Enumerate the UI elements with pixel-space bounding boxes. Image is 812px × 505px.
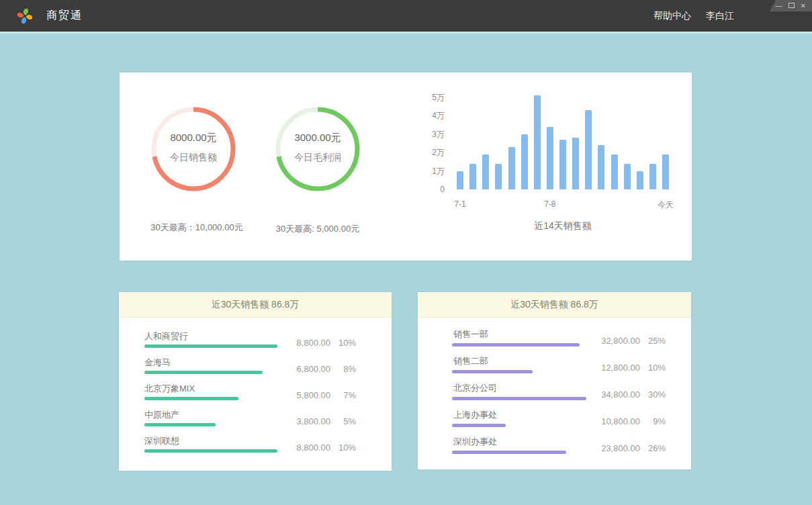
user-name-menu[interactable]: 李白江 [706, 10, 734, 22]
ranking-row-bar [144, 371, 263, 374]
today-profit-gauge: 3000.00元 今日毛利润 [271, 102, 365, 196]
ranking-row-percent: 10% [330, 443, 356, 453]
sales-bar [637, 171, 643, 189]
y-axis-tick: 3万 [415, 130, 445, 139]
dashboard-window: { "topbar": { "app_title": "商贸通", "help_… [0, 0, 812, 505]
minimize-button[interactable]: — [776, 3, 782, 9]
topbar-highlight-strip [0, 32, 812, 34]
ranking-row-value: 10,800.00 9% [589, 416, 666, 426]
ranking-row-percent: 8% [330, 364, 356, 374]
ranking-row-bar [452, 370, 533, 373]
sales-bar [521, 134, 528, 189]
ranking-row-amount: 10,800.00 [589, 416, 640, 426]
ranking-row-amount: 3,800.00 [279, 416, 330, 426]
ranking-row-amount: 12,800.00 [589, 363, 640, 373]
x-axis-tick: 7-1 [454, 199, 465, 209]
gauge-value: 8000.00元 [170, 132, 216, 144]
ranking-row: 金海马 6,800.00 8% [119, 357, 392, 383]
ranking-row-value: 6,800.00 8% [279, 364, 356, 374]
pinwheel-logo-icon [15, 6, 35, 26]
help-center-link[interactable]: 帮助中心 [653, 10, 691, 22]
ranking-row-bar [144, 423, 216, 426]
ranking-row-percent: 25% [640, 336, 666, 346]
ranking-row-value: 8,800.00 10% [279, 443, 356, 453]
ranking-row-bar [144, 397, 238, 400]
x-axis-tick: 今天 [658, 199, 674, 211]
ranking-row-percent: 5% [330, 416, 356, 426]
ranking-row: 北京万象MIX 5,800.00 7% [119, 383, 392, 409]
department-ranking-card: 近30天销售额 86.8万 销售一部 32,800.00 25% 销售二部 12… [418, 292, 691, 469]
ranking-row: 深圳办事处 23,800.00 26% [418, 436, 691, 463]
ranking-row-value: 32,800.00 25% [589, 336, 666, 346]
ranking-row: 深圳联想 8,800.00 10% [119, 435, 392, 461]
gauge-value: 3000.00元 [294, 132, 341, 144]
ranking-row-bar [452, 343, 580, 347]
ranking-row: 上海办事处 10,800.00 9% [418, 409, 691, 436]
bar-chart-plot [457, 97, 669, 189]
y-axis-tick: 0 [415, 185, 445, 194]
ranking-row-amount: 5,800.00 [279, 390, 330, 400]
ranking-row-name: 金海马 [144, 357, 171, 369]
sales-bar [649, 164, 656, 189]
ranking-row-value: 12,800.00 10% [589, 363, 666, 373]
ranking-row-amount: 6,800.00 [279, 364, 330, 374]
maximize-button[interactable] [788, 3, 795, 9]
ranking-row-name: 深圳办事处 [453, 436, 497, 448]
ranking-row-name: 中原地产 [144, 409, 179, 421]
ranking-row-name: 人和商贸行 [144, 330, 188, 342]
bar-chart-x-axis: 7-17-8今天 [457, 199, 669, 210]
ranking-row-name: 北京万象MIX [144, 383, 195, 395]
sales-bar [457, 171, 463, 189]
profit-gauge-footnote: 30天最高: 5,000.00元 [244, 223, 392, 235]
ranking-row-amount: 23,800.00 [589, 443, 640, 453]
sales-bar [534, 95, 541, 189]
ranking-row-amount: 34,800.00 [589, 389, 640, 400]
ranking-row-name: 深圳联想 [144, 435, 179, 447]
ranking-row-bar [452, 424, 506, 427]
customer-ranking-list: 人和商贸行 8,800.00 10% 金海马 6,800.00 8% 北京万象M… [119, 318, 392, 461]
ranking-row: 中原地产 3,800.00 5% [119, 409, 392, 435]
x-axis-tick: 7-8 [544, 199, 555, 209]
y-axis-tick: 5万 [415, 93, 445, 102]
sales-bar [585, 110, 592, 189]
ranking-row: 人和商贸行 8,800.00 10% [119, 330, 392, 357]
ranking-row-value: 34,800.00 30% [589, 389, 666, 400]
ranking-row: 北京分公司 34,800.00 30% [418, 382, 691, 409]
sales-bar [482, 154, 489, 189]
maximize-icon [788, 3, 795, 8]
ranking-row-bar [452, 451, 566, 454]
ranking-row-name: 北京分公司 [453, 382, 497, 394]
ranking-row-percent: 10% [330, 338, 356, 348]
department-ranking-list: 销售一部 32,800.00 25% 销售二部 12,800.00 10% 北京… [418, 318, 691, 463]
sales-bar [624, 164, 631, 189]
bar-chart-y-axis: 5万4万3万2万1万0 [415, 93, 445, 200]
sales-bar [547, 127, 553, 189]
ranking-row-percent: 30% [640, 389, 666, 400]
customer-ranking-title: 近30天销售额 86.8万 [119, 292, 392, 318]
ranking-row-bar [144, 449, 277, 453]
ranking-row-bar [452, 397, 586, 400]
ranking-row-name: 销售二部 [453, 355, 488, 367]
y-axis-tick: 1万 [415, 167, 445, 176]
sales-bar [572, 138, 579, 189]
ranking-row-percent: 9% [640, 416, 666, 426]
sales-bar [469, 164, 476, 189]
ranking-row-percent: 7% [330, 390, 356, 400]
ranking-row-value: 23,800.00 26% [589, 443, 666, 453]
sales-bar [508, 147, 515, 189]
gauge-label: 今日销售额 [170, 152, 217, 164]
sales-bar [559, 140, 566, 189]
bar-chart-caption: 近14天销售额 [457, 220, 669, 232]
ranking-row-value: 3,800.00 5% [279, 416, 356, 426]
close-button[interactable]: ✕ [801, 3, 806, 9]
ranking-row-name: 销售一部 [453, 328, 488, 340]
ranking-row-percent: 10% [640, 363, 666, 373]
sales-bar [611, 154, 618, 189]
overview-card: 8000.00元 今日销售额 30天最高：10,000.00元 3000.00元… [120, 73, 692, 261]
ranking-row-value: 5,800.00 7% [279, 390, 356, 400]
sales-bar [598, 145, 604, 189]
ranking-row-value: 8,800.00 10% [279, 338, 356, 348]
ranking-row-bar [144, 345, 277, 348]
ranking-row: 销售二部 12,800.00 10% [418, 355, 691, 382]
today-sales-gauge: 8000.00元 今日销售额 [146, 102, 240, 196]
